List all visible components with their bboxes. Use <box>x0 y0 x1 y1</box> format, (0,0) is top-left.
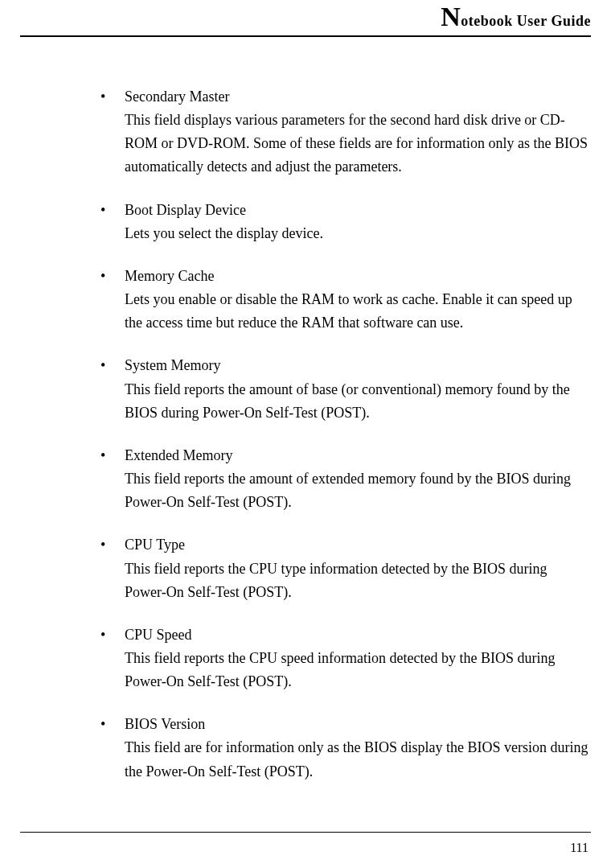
header-title: otebook User Guide <box>461 13 591 29</box>
item-description: This field reports the CPU speed informa… <box>125 647 591 693</box>
list-item: CPU Speed This field reports the CPU spe… <box>100 623 591 693</box>
item-title: Secondary Master <box>125 85 591 109</box>
item-description: This field are for information only as t… <box>125 736 591 783</box>
page-number: 111 <box>570 841 588 855</box>
item-description: Lets you select the display device. <box>125 222 591 245</box>
bios-fields-list: Secondary Master This field displays var… <box>20 85 591 784</box>
list-item: Secondary Master This field displays var… <box>100 85 591 179</box>
item-title: CPU Type <box>125 533 591 557</box>
list-item: BIOS Version This field are for informat… <box>100 713 591 783</box>
item-description: This field reports the amount of base (o… <box>125 378 591 425</box>
item-description: Lets you enable or disable the RAM to wo… <box>125 288 591 335</box>
item-title: Extended Memory <box>125 444 591 467</box>
item-title: Boot Display Device <box>125 199 591 222</box>
item-title: BIOS Version <box>125 713 591 736</box>
page-header: Notebook User Guide <box>20 0 591 37</box>
header-big-letter: N <box>441 2 461 31</box>
item-title: System Memory <box>125 354 591 377</box>
item-title: CPU Speed <box>125 623 591 647</box>
list-item: Extended Memory This field reports the a… <box>100 444 591 514</box>
item-description: This field reports the amount of extende… <box>125 467 591 514</box>
list-item: System Memory This field reports the amo… <box>100 354 591 424</box>
list-item: CPU Type This field reports the CPU type… <box>100 533 591 603</box>
list-item: Memory Cache Lets you enable or disable … <box>100 265 591 335</box>
item-title: Memory Cache <box>125 265 591 288</box>
footer-rule <box>20 832 591 833</box>
item-description: This field reports the CPU type informat… <box>125 557 591 604</box>
item-description: This field displays various parameters f… <box>125 109 591 179</box>
list-item: Boot Display Device Lets you select the … <box>100 199 591 245</box>
